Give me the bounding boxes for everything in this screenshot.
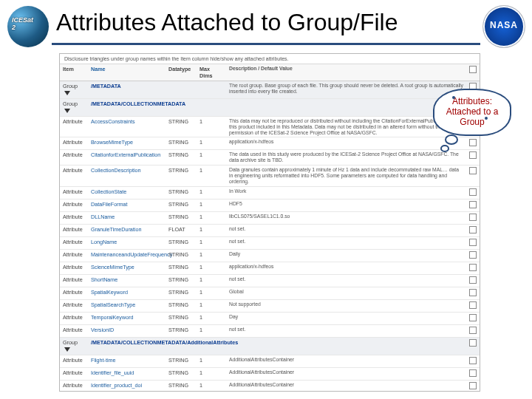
attr-item-cell: Attribute: [60, 355, 88, 365]
table-header: Item Name Datatype Max Dims Description …: [60, 64, 480, 81]
row-checkbox[interactable]: [469, 151, 477, 159]
row-checkbox[interactable]: [469, 314, 477, 321]
name-cell[interactable]: CollectionState: [88, 187, 166, 197]
row-checkbox[interactable]: [469, 167, 477, 174]
header-checkbox[interactable]: [469, 66, 477, 73]
datatype-cell: STRING: [166, 187, 197, 197]
maxdims-cell: 1: [197, 368, 226, 378]
name-cell[interactable]: TemporalKeyword: [88, 313, 166, 322]
name-cell[interactable]: /METADATA/COLLECTIONMETADATA/AdditionalA…: [88, 338, 166, 347]
row-checkbox[interactable]: [469, 251, 477, 259]
row-checkbox[interactable]: [469, 201, 477, 208]
desc-cell: AdditionalAttributesContainer: [226, 368, 466, 377]
panel-hint: Disclosure triangles under group names w…: [60, 54, 480, 64]
attr-item-cell: Attribute: [60, 275, 88, 284]
attr-item-cell: Attribute: [60, 225, 88, 234]
desc-cell: HDF5: [226, 200, 466, 208]
row-checkbox[interactable]: [469, 382, 477, 389]
row-checkbox[interactable]: [469, 188, 477, 196]
table-row: AttributeMaintenanceandUpdateFrequencyST…: [60, 250, 480, 262]
desc-cell: Day: [226, 313, 466, 321]
datatype-cell: [166, 81, 197, 84]
name-cell[interactable]: CitationforExternalPublication: [88, 150, 166, 160]
attr-item-cell: Attribute: [60, 212, 88, 222]
row-checkbox[interactable]: [469, 276, 477, 284]
datatype-cell: [166, 338, 197, 341]
table-row: AttributeTemporalKeywordSTRING1Day: [60, 313, 480, 325]
datatype-cell: STRING: [166, 381, 197, 390]
row-checkbox[interactable]: [469, 264, 477, 271]
name-cell[interactable]: /METADATA: [88, 81, 166, 91]
datatype-cell: STRING: [166, 368, 197, 378]
row-checkbox[interactable]: [469, 239, 477, 246]
table-row: AttributeGranuleTimeDurationFLOAT1not se…: [60, 225, 480, 237]
maxdims-cell: 1: [197, 237, 226, 247]
disclosure-triangle-icon[interactable]: [64, 91, 70, 95]
maxdims-cell: 1: [197, 200, 226, 209]
row-checkbox[interactable]: [469, 139, 477, 146]
datatype-cell: STRING: [166, 313, 197, 322]
table-row: AttributeDataFileFormatSTRING1HDF5: [60, 200, 480, 212]
datatype-cell: STRING: [166, 300, 197, 310]
name-cell[interactable]: BrowseMimeType: [88, 137, 166, 147]
name-cell[interactable]: Identifier_product_doi: [88, 381, 166, 390]
disclosure-triangle-icon[interactable]: [64, 109, 70, 113]
row-checkbox[interactable]: [469, 369, 477, 377]
table-row: AttributeFlight-timeSTRING1AdditionalAtt…: [60, 355, 480, 368]
col-desc: Description / Default Value: [226, 64, 466, 81]
attr-item-cell: Attribute: [60, 187, 88, 197]
table-row: AttributeLongNameSTRING1not set.: [60, 237, 480, 250]
name-cell[interactable]: ShortName: [88, 275, 166, 284]
name-cell[interactable]: DataFileFormat: [88, 200, 166, 209]
datatype-cell: STRING: [166, 237, 197, 247]
datatype-cell: STRING: [166, 287, 197, 297]
name-cell[interactable]: GranuleTimeDuration: [88, 225, 166, 234]
name-cell[interactable]: Flight-time: [88, 355, 166, 365]
name-cell[interactable]: ScienceMimeType: [88, 262, 166, 272]
name-cell[interactable]: SpatialSearchType: [88, 300, 166, 310]
name-cell[interactable]: SpatialKeyword: [88, 287, 166, 297]
name-cell[interactable]: VersionID: [88, 325, 166, 335]
table-row: AttributeCitationforExternalPublicationS…: [60, 150, 480, 166]
table-row: AttributeCollectionDescriptionSTRING1Dat…: [60, 166, 480, 186]
name-cell[interactable]: CollectionDescription: [88, 166, 166, 175]
attr-item-cell: Attribute: [60, 262, 88, 272]
table-row: Group/METADATA/COLLECTIONMETADATA: [60, 99, 480, 117]
table-row: AttributeVersionIDSTRING1not set.: [60, 325, 480, 338]
desc-cell: AdditionalAttributesContainer: [226, 381, 466, 389]
row-checkbox[interactable]: [469, 301, 477, 309]
table-row: AttributeScienceMimeTypeSTRING1applicati…: [60, 262, 480, 275]
desc-cell: not set.: [226, 275, 466, 284]
row-checkbox[interactable]: [469, 226, 477, 233]
name-cell[interactable]: DLLName: [88, 212, 166, 222]
name-cell[interactable]: MaintenanceandUpdateFrequency: [88, 250, 166, 259]
table-row: Group/METADATAThe root group. Base group…: [60, 81, 480, 99]
name-cell[interactable]: AccessConstraints: [88, 117, 166, 126]
table-row: AttributeSpatialSearchTypeSTRING1Not sup…: [60, 300, 480, 313]
desc-cell: application/x-hdfeos: [226, 137, 466, 146]
disclosure-triangle-icon[interactable]: [64, 347, 70, 352]
name-cell[interactable]: /METADATA/COLLECTIONMETADATA: [88, 99, 166, 109]
datatype-cell: STRING: [166, 200, 197, 209]
attr-item-cell: Attribute: [60, 117, 88, 126]
datatype-cell: STRING: [166, 355, 197, 365]
table-row: AttributeSpatialKeywordSTRING1Global: [60, 287, 480, 300]
col-datatype: Datatype: [166, 64, 197, 81]
datatype-cell: STRING: [166, 150, 197, 160]
row-checkbox[interactable]: [469, 289, 477, 296]
row-checkbox[interactable]: [469, 327, 477, 334]
attr-item-cell: Attribute: [60, 300, 88, 310]
row-checkbox[interactable]: [469, 357, 477, 364]
maxdims-cell: 1: [197, 166, 226, 175]
col-name: Name: [88, 64, 166, 81]
group-item-cell: Group: [60, 81, 88, 98]
attr-item-cell: Attribute: [60, 137, 88, 147]
maxdims-cell: [197, 99, 226, 102]
name-cell[interactable]: LongName: [88, 237, 166, 247]
row-checkbox[interactable]: [469, 214, 477, 221]
title-underline: [52, 43, 480, 45]
row-checkbox[interactable]: [469, 339, 477, 347]
maxdims-cell: 1: [197, 150, 226, 160]
callout-text: Attributes: Attached to a Group: [446, 96, 499, 127]
name-cell[interactable]: Identifier_file_uuid: [88, 368, 166, 378]
